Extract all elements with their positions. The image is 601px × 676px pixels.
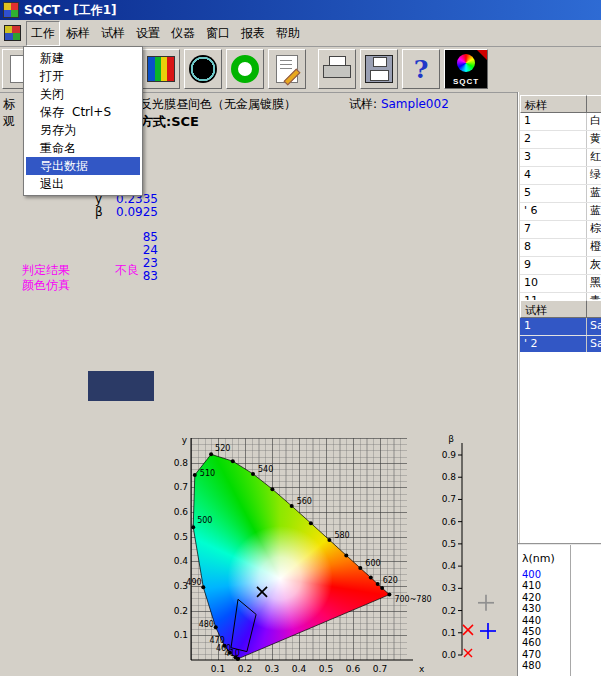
dropdown-item-5[interactable]: 重命名 bbox=[26, 139, 140, 157]
right-panel: 标样 1白2黄3红4绿5蓝' 6蓝7棕8橙9灰10黑11青 试样 1Sample… bbox=[517, 92, 601, 676]
wavelength-row[interactable]: 480 bbox=[518, 660, 570, 671]
table-row[interactable]: 5蓝 bbox=[520, 185, 601, 203]
menu-item-2[interactable]: 试样 bbox=[96, 21, 130, 46]
title-bar[interactable]: SQCT - [工作1] bbox=[0, 0, 601, 20]
svg-text:0.9: 0.9 bbox=[442, 450, 457, 460]
svg-text:470: 470 bbox=[210, 636, 225, 645]
standard-table-header: 标样 bbox=[520, 95, 601, 113]
menu-item-3[interactable]: 设置 bbox=[131, 21, 165, 46]
svg-text:500: 500 bbox=[197, 516, 212, 525]
svg-text:0.0: 0.0 bbox=[442, 650, 457, 660]
row-name: 蓝 bbox=[587, 203, 601, 220]
window-title: SQCT - [工作1] bbox=[24, 2, 117, 19]
wavelength-list: 400410420430440450460470480 bbox=[518, 569, 570, 672]
menu-item-5[interactable]: 窗口 bbox=[201, 21, 235, 46]
sample-table-header-col2 bbox=[587, 300, 601, 318]
beta-value: 0.0925 bbox=[58, 205, 158, 219]
menu-item-4[interactable]: 仪器 bbox=[166, 21, 200, 46]
svg-text:600: 600 bbox=[365, 559, 380, 568]
sce-mode-button[interactable] bbox=[226, 49, 264, 89]
disk-icon bbox=[365, 55, 393, 83]
menu-item-7[interactable]: 帮助 bbox=[271, 21, 305, 46]
sample-value: Sample002 bbox=[381, 97, 449, 111]
wavelength-row[interactable]: 400 bbox=[518, 569, 570, 580]
color-bars-icon bbox=[147, 56, 175, 82]
wavelength-row[interactable]: 460 bbox=[518, 637, 570, 648]
menu-items: 工作标样试样设置仪器窗口报表帮助 bbox=[26, 21, 306, 46]
svg-text:700~780: 700~780 bbox=[394, 595, 431, 604]
dropdown-item-3[interactable]: 保存Ctrl+S bbox=[26, 103, 140, 121]
row-number: 10 bbox=[520, 275, 587, 292]
menu-item-0[interactable]: 工作 bbox=[26, 21, 60, 46]
row-name: 绿 bbox=[587, 167, 601, 184]
row-number: ' 6 bbox=[520, 203, 587, 220]
report-edit-button[interactable] bbox=[268, 49, 306, 89]
wavelength-row[interactable]: 470 bbox=[518, 649, 570, 660]
wavelength-column: λ(nm) 400410420430440450460470480 bbox=[518, 545, 571, 676]
svg-text:0.4: 0.4 bbox=[292, 664, 307, 674]
sample-caption: 试样: Sample002 bbox=[349, 96, 449, 113]
wavelength-row[interactable]: 420 bbox=[518, 592, 570, 603]
table-row[interactable]: 10黑 bbox=[520, 275, 601, 293]
svg-text:0.3: 0.3 bbox=[442, 583, 456, 593]
row-number: 5 bbox=[520, 185, 587, 202]
table-row[interactable]: ' 6蓝 bbox=[520, 203, 601, 221]
svg-text:510: 510 bbox=[200, 469, 215, 478]
svg-text:0.1: 0.1 bbox=[442, 628, 456, 638]
svg-text:480: 480 bbox=[199, 620, 214, 629]
table-row[interactable]: 3红 bbox=[520, 149, 601, 167]
dropdown-item-0[interactable]: 新建 bbox=[26, 49, 140, 67]
save-export-button[interactable] bbox=[360, 49, 398, 89]
sci-mode-button[interactable] bbox=[184, 49, 222, 89]
row-number: 1 bbox=[520, 318, 587, 335]
row-name: 白 bbox=[587, 113, 601, 130]
svg-text:0.8: 0.8 bbox=[442, 472, 457, 482]
dropdown-item-7[interactable]: 退出 bbox=[26, 175, 140, 193]
table-row[interactable]: 4绿 bbox=[520, 167, 601, 185]
menu-item-1[interactable]: 标样 bbox=[61, 21, 95, 46]
svg-text:0.2: 0.2 bbox=[238, 664, 252, 674]
color-data-button[interactable] bbox=[142, 49, 180, 89]
menu-bar: 工作标样试样设置仪器窗口报表帮助 bbox=[0, 20, 601, 47]
dropdown-item-4[interactable]: 另存为 bbox=[26, 121, 140, 139]
table-row[interactable]: 8橙 bbox=[520, 239, 601, 257]
dark-circle-icon bbox=[189, 55, 217, 83]
menu-item-6[interactable]: 报表 bbox=[236, 21, 270, 46]
row-number: 4 bbox=[520, 167, 587, 184]
row-name: 灰 bbox=[587, 257, 601, 274]
dropdown-item-1[interactable]: 打开 bbox=[26, 67, 140, 85]
svg-text:x: x bbox=[419, 664, 425, 674]
sqct-logo-icon: SQCT bbox=[445, 50, 487, 88]
row-name: 棕 bbox=[587, 221, 601, 238]
print-button[interactable] bbox=[318, 49, 356, 89]
svg-text:0.2: 0.2 bbox=[174, 606, 188, 616]
svg-text:0.5: 0.5 bbox=[319, 664, 333, 674]
wavelength-panel: λ(nm) 400410420430440450460470480 bbox=[518, 543, 601, 676]
sqct-logo-button[interactable]: SQCT bbox=[444, 49, 488, 89]
help-button[interactable]: ? bbox=[402, 49, 440, 89]
table-row[interactable]: 1Sample001 bbox=[520, 318, 601, 336]
wavelength-row[interactable]: 440 bbox=[518, 615, 570, 626]
wavelength-row[interactable]: 450 bbox=[518, 626, 570, 637]
printer-icon bbox=[322, 56, 352, 82]
wavelength-row[interactable]: 430 bbox=[518, 603, 570, 614]
standard-table-header-col2 bbox=[587, 95, 601, 113]
mdi-document-icon[interactable] bbox=[4, 25, 21, 41]
observer-label-prefix: 观 bbox=[3, 113, 15, 130]
document-pencil-icon bbox=[276, 55, 298, 83]
svg-text:540: 540 bbox=[258, 465, 273, 474]
svg-text:0.1: 0.1 bbox=[174, 630, 188, 640]
sample-table-header: 试样 bbox=[520, 300, 601, 318]
row-number: 7 bbox=[520, 221, 587, 238]
table-row[interactable]: 2黄 bbox=[520, 131, 601, 149]
color-values: 85242383 bbox=[58, 231, 158, 283]
svg-text:580: 580 bbox=[334, 531, 349, 540]
svg-text:0.8: 0.8 bbox=[174, 458, 189, 468]
table-row[interactable]: 9灰 bbox=[520, 257, 601, 275]
table-row[interactable]: 1白 bbox=[520, 113, 601, 131]
row-number: ' 2 bbox=[520, 336, 587, 353]
dropdown-item-6[interactable]: 导出数据 bbox=[26, 157, 140, 175]
dropdown-item-2[interactable]: 关闭 bbox=[26, 85, 140, 103]
wavelength-row[interactable]: 410 bbox=[518, 580, 570, 591]
table-row[interactable]: 7棕 bbox=[520, 221, 601, 239]
